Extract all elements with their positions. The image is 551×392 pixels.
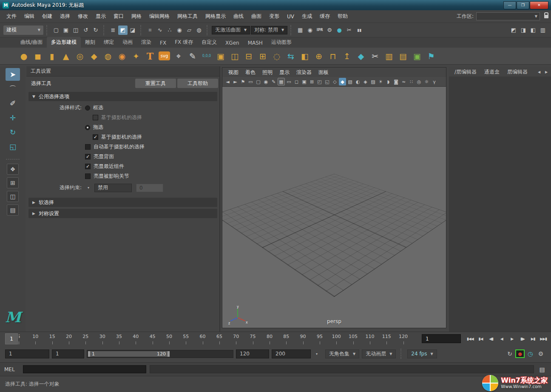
- tab-channel-box-layer-editor[interactable]: /层编辑器: [451, 68, 480, 76]
- anim-layer-select[interactable]: 无动画层 ▼: [362, 349, 396, 358]
- textured-mode-icon[interactable]: ▧: [347, 78, 354, 85]
- camera-attributes-icon[interactable]: ✎: [270, 78, 277, 85]
- shelf-tab[interactable]: FX: [156, 38, 170, 48]
- mel-input[interactable]: [23, 365, 146, 373]
- bookmark-view-icon[interactable]: ⚑: [239, 78, 247, 85]
- current-time-field[interactable]: 1: [422, 334, 461, 343]
- move-tool-icon[interactable]: ✛: [6, 111, 20, 124]
- smooth-icon[interactable]: ◌: [270, 49, 284, 63]
- menu-item[interactable]: 曲面: [247, 10, 265, 23]
- marquee-radio[interactable]: [85, 105, 90, 111]
- poly-disc-icon[interactable]: ◍: [101, 49, 115, 63]
- hypershade-icon[interactable]: ●: [335, 26, 344, 35]
- render-settings-icon[interactable]: ⚙: [325, 26, 334, 35]
- select-tool-icon[interactable]: ➤: [6, 68, 20, 81]
- constraint-dropdown-icon[interactable]: ▾: [85, 185, 92, 191]
- constraint-number-field[interactable]: 0: [136, 184, 163, 192]
- step-forward-frame-button[interactable]: ▮▶: [517, 334, 528, 344]
- extrude-icon[interactable]: ↥: [340, 49, 354, 63]
- menu-item[interactable]: 曲线: [230, 10, 247, 23]
- quad-draw-icon[interactable]: ⚑: [424, 49, 438, 63]
- menu-item[interactable]: 选择: [56, 10, 74, 23]
- symmetry-settings-section-header[interactable]: ▶ 对称设置: [28, 209, 217, 218]
- viewport-menu-item[interactable]: 显示: [276, 69, 293, 76]
- shaded-mode-icon[interactable]: ◆: [339, 78, 346, 85]
- animation-start-field[interactable]: 1: [5, 349, 49, 358]
- minimize-button[interactable]: —: [503, 1, 516, 9]
- timeline-track[interactable]: 5101520253035404550556065707580859095100…: [19, 332, 420, 346]
- use-default-material-icon[interactable]: ◐: [354, 78, 361, 85]
- target-weld-icon[interactable]: ⌖: [172, 49, 185, 63]
- ambient-occlusion-icon[interactable]: ◙: [392, 78, 400, 85]
- lock-camera-icon[interactable]: ◉: [262, 78, 270, 85]
- wireframe-on-shaded-icon[interactable]: ◈: [362, 78, 369, 85]
- open-scene-icon[interactable]: ▣: [61, 26, 71, 35]
- poly-sphere-icon[interactable]: ●: [17, 49, 31, 63]
- menu-item[interactable]: 编辑网格: [145, 10, 173, 23]
- multi-cut-icon[interactable]: ✂: [368, 49, 382, 63]
- step-back-key-button[interactable]: ▮◀: [476, 334, 486, 344]
- rotate-tool-icon[interactable]: ↻: [6, 126, 20, 139]
- paint-select-tool-icon[interactable]: ✐: [6, 97, 20, 110]
- separate-icon[interactable]: ◫: [228, 49, 241, 63]
- shelf-tab[interactable]: FX 缓存: [170, 37, 197, 48]
- panel-tabs-prev-icon[interactable]: ◀: [536, 68, 542, 75]
- drag-radio[interactable]: [85, 125, 90, 130]
- poly-torus-icon[interactable]: ◎: [73, 49, 87, 63]
- menu-item[interactable]: 修改: [74, 10, 92, 23]
- poly-cube-icon[interactable]: ◼: [31, 49, 45, 63]
- snap-to-view-planes-icon[interactable]: ▱: [185, 26, 194, 35]
- shelf-tab[interactable]: 绑定: [99, 37, 118, 48]
- common-selection-section-header[interactable]: ▼ 公用选择选项: [28, 92, 217, 101]
- range-options-icon[interactable]: ▾: [313, 350, 320, 357]
- image-plane-icon[interactable]: ▭: [247, 78, 254, 85]
- scale-tool-icon[interactable]: ◱: [6, 140, 20, 153]
- safe-title-icon[interactable]: ◱: [324, 78, 331, 85]
- soft-select-section-header[interactable]: ▶ 软选择: [28, 198, 217, 207]
- select-camera-icon[interactable]: ▢: [255, 78, 262, 85]
- viewport-menu-item[interactable]: 渲染器: [293, 69, 315, 76]
- menu-item[interactable]: 帮助: [334, 10, 352, 23]
- script-editor-icon[interactable]: ▤: [537, 366, 547, 373]
- extract-icon[interactable]: ⊟: [242, 49, 256, 63]
- type-tool-icon[interactable]: T: [143, 49, 157, 63]
- lighting-all-icon[interactable]: ☀: [377, 78, 384, 85]
- menu-item[interactable]: 网格工具: [173, 10, 202, 23]
- save-scene-icon[interactable]: ◫: [71, 26, 80, 35]
- toggle-attribute-editor-icon[interactable]: ◨: [519, 26, 528, 35]
- zero-transforms-icon[interactable]: 0,0,0: [200, 49, 213, 63]
- range-start-handle[interactable]: 1: [92, 351, 95, 357]
- step-back-frame-button[interactable]: ◀▮: [486, 334, 496, 344]
- render-sequence-icon[interactable]: ✂: [344, 26, 354, 35]
- menu-item[interactable]: 创建: [38, 10, 56, 23]
- menu-item[interactable]: 显示: [92, 10, 110, 23]
- range-slider-bar[interactable]: 1 120: [88, 351, 170, 357]
- playhead-current-frame[interactable]: 1: [5, 333, 18, 344]
- offset-edge-loop-icon[interactable]: ▤: [396, 49, 410, 63]
- tab-channel-box[interactable]: 通道盒: [480, 68, 503, 76]
- render-current-frame-icon[interactable]: ◉: [305, 26, 315, 35]
- menu-item[interactable]: UV: [283, 10, 298, 23]
- reset-tool-button[interactable]: 重置工具: [135, 79, 176, 88]
- menu-item[interactable]: 网格显示: [202, 10, 230, 23]
- highlight-backfaces-checkbox[interactable]: [85, 154, 91, 159]
- animation-end-field[interactable]: 200: [272, 349, 311, 358]
- snap-to-points-icon[interactable]: ∴: [165, 26, 174, 35]
- new-scene-icon[interactable]: ▢: [51, 26, 61, 35]
- active-surface-field[interactable]: 无激活曲面 ▼: [212, 26, 250, 34]
- film-gate-icon[interactable]: ▭: [285, 78, 293, 85]
- tool-settings-header[interactable]: 工具设置: [26, 66, 219, 77]
- playback-loop-icon[interactable]: ↻: [505, 349, 515, 358]
- go-to-end-button[interactable]: ▶▶▮: [538, 334, 548, 344]
- poly-cylinder-icon[interactable]: ▮: [45, 49, 59, 63]
- redo-icon[interactable]: ↻: [91, 26, 100, 35]
- toggle-tool-settings-icon[interactable]: ◧: [528, 26, 538, 35]
- outliner-pane-layout-icon[interactable]: ▤: [7, 205, 19, 216]
- single-pane-layout-icon[interactable]: ❖: [7, 164, 19, 175]
- mirror-icon[interactable]: ◧: [298, 49, 312, 63]
- render-view-icon[interactable]: ▦: [295, 26, 305, 35]
- viewport-canvas[interactable]: y x z persp: [222, 87, 446, 328]
- combine-icon[interactable]: ▣: [214, 49, 227, 63]
- shelf-tab[interactable]: MASH: [244, 38, 267, 48]
- close-button[interactable]: ✕: [530, 1, 548, 9]
